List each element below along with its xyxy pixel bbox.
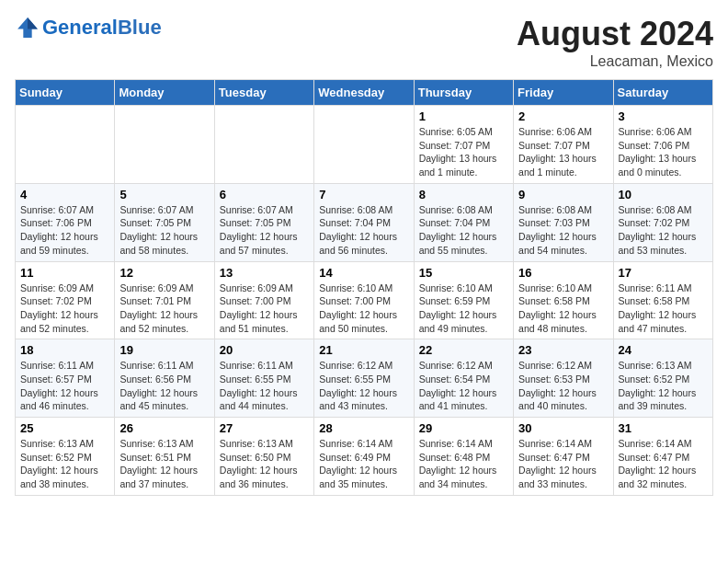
- day-info: Sunrise: 6:08 AM Sunset: 7:04 PM Dayligh…: [319, 203, 408, 258]
- day-info: Sunrise: 6:08 AM Sunset: 7:03 PM Dayligh…: [518, 203, 608, 258]
- calendar-body: 1Sunrise: 6:05 AM Sunset: 7:07 PM Daylig…: [16, 106, 713, 496]
- week-row-3: 11Sunrise: 6:09 AM Sunset: 7:02 PM Dayli…: [16, 261, 713, 339]
- day-number: 4: [20, 188, 109, 201]
- day-info: Sunrise: 6:09 AM Sunset: 7:01 PM Dayligh…: [119, 282, 209, 336]
- day-number: 19: [119, 343, 209, 357]
- calendar-table: SundayMondayTuesdayWednesdayThursdayFrid…: [15, 79, 713, 496]
- header-cell-wednesday: Wednesday: [314, 80, 414, 106]
- day-cell: 3Sunrise: 6:06 AM Sunset: 7:06 PM Daylig…: [613, 106, 712, 184]
- day-number: 22: [419, 343, 508, 357]
- day-cell: 4Sunrise: 6:07 AM Sunset: 7:06 PM Daylig…: [16, 183, 115, 261]
- day-info: Sunrise: 6:05 AM Sunset: 7:07 PM Dayligh…: [419, 125, 508, 179]
- day-cell: 17Sunrise: 6:11 AM Sunset: 6:58 PM Dayli…: [613, 261, 712, 339]
- day-number: 10: [619, 188, 708, 201]
- day-info: Sunrise: 6:06 AM Sunset: 7:07 PM Dayligh…: [518, 125, 608, 179]
- day-info: Sunrise: 6:14 AM Sunset: 6:49 PM Dayligh…: [319, 437, 408, 491]
- day-number: 9: [518, 188, 608, 201]
- day-number: 11: [20, 266, 109, 280]
- logo-blue: Blue: [118, 16, 162, 39]
- day-info: Sunrise: 6:06 AM Sunset: 7:06 PM Dayligh…: [619, 125, 708, 179]
- day-cell: 11Sunrise: 6:09 AM Sunset: 7:02 PM Dayli…: [16, 261, 115, 339]
- day-cell: [16, 106, 115, 184]
- day-info: Sunrise: 6:11 AM Sunset: 6:55 PM Dayligh…: [220, 359, 309, 413]
- day-cell: 24Sunrise: 6:13 AM Sunset: 6:52 PM Dayli…: [613, 339, 712, 418]
- day-number: 31: [619, 421, 708, 435]
- day-number: 28: [319, 421, 408, 435]
- calendar-header: SundayMondayTuesdayWednesdayThursdayFrid…: [16, 80, 713, 106]
- day-info: Sunrise: 6:14 AM Sunset: 6:47 PM Dayligh…: [619, 437, 708, 491]
- day-info: Sunrise: 6:12 AM Sunset: 6:53 PM Dayligh…: [518, 359, 608, 413]
- day-cell: 2Sunrise: 6:06 AM Sunset: 7:07 PM Daylig…: [514, 106, 613, 184]
- week-row-5: 25Sunrise: 6:13 AM Sunset: 6:52 PM Dayli…: [16, 418, 713, 496]
- svg-marker-1: [28, 17, 38, 29]
- day-number: 17: [619, 266, 708, 280]
- day-info: Sunrise: 6:08 AM Sunset: 7:04 PM Dayligh…: [419, 203, 508, 258]
- day-info: Sunrise: 6:09 AM Sunset: 7:02 PM Dayligh…: [20, 282, 109, 336]
- day-cell: 7Sunrise: 6:08 AM Sunset: 7:04 PM Daylig…: [314, 183, 414, 261]
- day-cell: 30Sunrise: 6:14 AM Sunset: 6:47 PM Dayli…: [514, 418, 613, 496]
- day-cell: 21Sunrise: 6:12 AM Sunset: 6:55 PM Dayli…: [314, 339, 414, 418]
- logo-general: General: [42, 16, 118, 39]
- day-number: 14: [319, 266, 408, 280]
- day-info: Sunrise: 6:10 AM Sunset: 6:59 PM Dayligh…: [419, 282, 508, 336]
- header-cell-thursday: Thursday: [414, 80, 513, 106]
- day-cell: 20Sunrise: 6:11 AM Sunset: 6:55 PM Dayli…: [214, 339, 313, 418]
- day-info: Sunrise: 6:14 AM Sunset: 6:48 PM Dayligh…: [419, 437, 508, 491]
- day-info: Sunrise: 6:13 AM Sunset: 6:51 PM Dayligh…: [119, 437, 209, 491]
- day-info: Sunrise: 6:12 AM Sunset: 6:54 PM Dayligh…: [419, 359, 508, 413]
- day-cell: 13Sunrise: 6:09 AM Sunset: 7:00 PM Dayli…: [214, 261, 313, 339]
- day-info: Sunrise: 6:07 AM Sunset: 7:06 PM Dayligh…: [20, 203, 109, 258]
- day-cell: 18Sunrise: 6:11 AM Sunset: 6:57 PM Dayli…: [16, 339, 115, 418]
- logo: GeneralBlue: [15, 15, 162, 40]
- day-info: Sunrise: 6:14 AM Sunset: 6:47 PM Dayligh…: [518, 437, 608, 491]
- day-cell: 26Sunrise: 6:13 AM Sunset: 6:51 PM Dayli…: [115, 418, 214, 496]
- day-number: 29: [419, 421, 508, 435]
- day-cell: 23Sunrise: 6:12 AM Sunset: 6:53 PM Dayli…: [514, 339, 613, 418]
- day-number: 24: [619, 343, 708, 357]
- day-number: 8: [419, 188, 508, 201]
- day-cell: 27Sunrise: 6:13 AM Sunset: 6:50 PM Dayli…: [214, 418, 313, 496]
- header-row: SundayMondayTuesdayWednesdayThursdayFrid…: [16, 80, 713, 106]
- day-info: Sunrise: 6:10 AM Sunset: 7:00 PM Dayligh…: [319, 282, 408, 336]
- day-cell: 9Sunrise: 6:08 AM Sunset: 7:03 PM Daylig…: [514, 183, 613, 261]
- day-number: 1: [419, 109, 508, 123]
- day-number: 30: [518, 421, 608, 435]
- day-cell: 14Sunrise: 6:10 AM Sunset: 7:00 PM Dayli…: [314, 261, 414, 339]
- day-number: 5: [119, 188, 209, 201]
- day-info: Sunrise: 6:11 AM Sunset: 6:58 PM Dayligh…: [619, 282, 708, 336]
- day-cell: 16Sunrise: 6:10 AM Sunset: 6:58 PM Dayli…: [514, 261, 613, 339]
- day-info: Sunrise: 6:13 AM Sunset: 6:52 PM Dayligh…: [619, 359, 708, 413]
- day-number: 20: [220, 343, 309, 357]
- day-number: 26: [119, 421, 209, 435]
- day-number: 18: [20, 343, 109, 357]
- week-row-4: 18Sunrise: 6:11 AM Sunset: 6:57 PM Dayli…: [16, 339, 713, 418]
- header-cell-sunday: Sunday: [16, 80, 115, 106]
- day-cell: [314, 106, 414, 184]
- day-info: Sunrise: 6:07 AM Sunset: 7:05 PM Dayligh…: [220, 203, 309, 258]
- day-info: Sunrise: 6:13 AM Sunset: 6:52 PM Dayligh…: [20, 437, 109, 491]
- day-number: 6: [220, 188, 309, 201]
- day-cell: 5Sunrise: 6:07 AM Sunset: 7:05 PM Daylig…: [115, 183, 214, 261]
- day-number: 15: [419, 266, 508, 280]
- logo-text: GeneralBlue: [42, 16, 162, 40]
- header-cell-monday: Monday: [115, 80, 214, 106]
- day-info: Sunrise: 6:09 AM Sunset: 7:00 PM Dayligh…: [220, 282, 309, 336]
- day-info: Sunrise: 6:08 AM Sunset: 7:02 PM Dayligh…: [619, 203, 708, 258]
- day-info: Sunrise: 6:10 AM Sunset: 6:58 PM Dayligh…: [518, 282, 608, 336]
- logo-icon: [15, 15, 40, 40]
- location: Leacaman, Mexico: [517, 53, 713, 70]
- header-cell-tuesday: Tuesday: [214, 80, 313, 106]
- day-info: Sunrise: 6:12 AM Sunset: 6:55 PM Dayligh…: [319, 359, 408, 413]
- day-cell: 10Sunrise: 6:08 AM Sunset: 7:02 PM Dayli…: [613, 183, 712, 261]
- day-cell: 12Sunrise: 6:09 AM Sunset: 7:01 PM Dayli…: [115, 261, 214, 339]
- day-cell: 25Sunrise: 6:13 AM Sunset: 6:52 PM Dayli…: [16, 418, 115, 496]
- title-block: August 2024 Leacaman, Mexico: [517, 15, 713, 70]
- day-number: 27: [220, 421, 309, 435]
- week-row-2: 4Sunrise: 6:07 AM Sunset: 7:06 PM Daylig…: [16, 183, 713, 261]
- day-number: 13: [220, 266, 309, 280]
- day-number: 3: [619, 109, 708, 123]
- day-cell: [214, 106, 313, 184]
- day-number: 21: [319, 343, 408, 357]
- day-info: Sunrise: 6:11 AM Sunset: 6:57 PM Dayligh…: [20, 359, 109, 413]
- day-info: Sunrise: 6:13 AM Sunset: 6:50 PM Dayligh…: [220, 437, 309, 491]
